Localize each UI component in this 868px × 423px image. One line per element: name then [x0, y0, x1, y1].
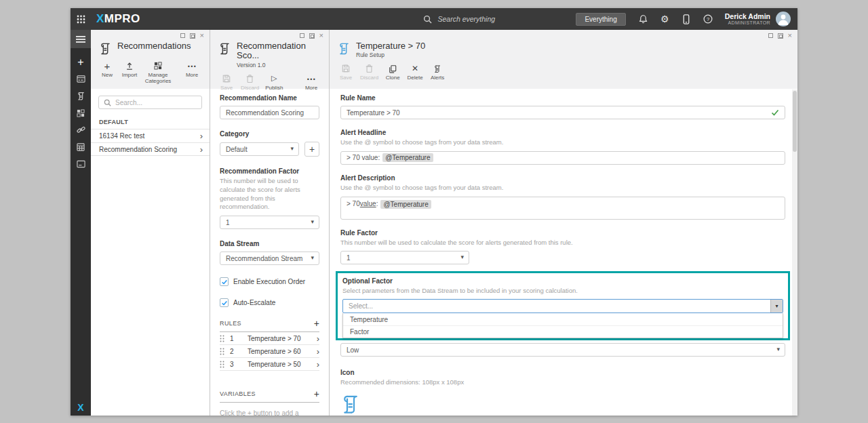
menu-hamburger-icon[interactable]	[71, 30, 91, 48]
xmpro-logo: XMPRO	[96, 12, 140, 26]
rail-appdesigner-icon[interactable]	[71, 104, 91, 121]
optional-factor-options: Temperature Factor	[342, 313, 783, 338]
categories-grid-icon	[154, 61, 162, 70]
list-item-label: 16134 Rec test	[99, 132, 144, 140]
rule-toolbar: Save Discard Clone Delete	[330, 58, 795, 81]
chevron-right-icon	[317, 359, 319, 369]
global-search-input[interactable]	[437, 15, 553, 23]
variables-empty-text: Click the + button to add a variable.	[220, 408, 319, 416]
panel-close-icon[interactable]	[788, 33, 792, 39]
alert-headline-input[interactable]: > 70 value: @Temperature	[340, 151, 785, 165]
dropdown-caret-button[interactable]	[770, 300, 783, 313]
rule-row[interactable]: 1 Temperature > 70	[220, 332, 319, 345]
tag-chip[interactable]: @Temperature	[382, 153, 433, 162]
app-launcher-icon[interactable]	[71, 15, 91, 24]
scrollbar[interactable]	[792, 89, 797, 416]
drag-handle-icon[interactable]	[220, 348, 224, 355]
rule-name-input[interactable]: Temperature > 70	[340, 106, 785, 119]
publish-button[interactable]: Publish	[265, 74, 283, 91]
panel-minimize-icon[interactable]	[768, 33, 773, 38]
list-item-label: Recommendation Scoring	[99, 146, 177, 153]
icon-help: Recommended dimensions: 108px x 108px	[340, 378, 785, 387]
rule-icon-preview[interactable]	[340, 392, 785, 416]
rule-row[interactable]: 2 Temperature > 60	[220, 345, 319, 358]
scrollbar-thumb[interactable]	[793, 91, 797, 152]
xmpro-x-logo	[71, 402, 91, 413]
discard-button[interactable]: Discard	[241, 74, 259, 91]
more-dots-icon	[187, 61, 197, 70]
alerts-scroll-icon	[433, 64, 441, 73]
recommendations-search[interactable]	[98, 96, 202, 109]
discard-button[interactable]: Discard	[360, 64, 378, 81]
drag-handle-icon[interactable]	[220, 335, 224, 342]
severity-select[interactable]: Low	[340, 343, 785, 357]
alert-description-help: Use the @ symbol to choose tags from you…	[340, 184, 785, 193]
alert-description-textarea[interactable]: > 70 value: @Temperature	[340, 197, 785, 220]
auto-escalate-checkbox[interactable]: Auto-Escalate	[220, 298, 319, 307]
clone-button[interactable]: Clone	[384, 64, 401, 81]
window-controls	[330, 31, 795, 40]
add-rule-button[interactable]	[314, 318, 319, 329]
panel-maximize-icon[interactable]	[778, 33, 783, 39]
rail-calculations-icon[interactable]	[71, 138, 91, 155]
rail-new-icon[interactable]	[71, 54, 91, 70]
alerts-button[interactable]: Alerts	[429, 64, 446, 81]
panel-minimize-icon[interactable]	[180, 33, 185, 38]
recommendations-panel-header: Recommendations New Import	[91, 30, 210, 89]
category-select[interactable]: Default	[220, 142, 299, 156]
settings-gear-icon[interactable]	[660, 14, 670, 24]
drag-handle-icon[interactable]	[220, 361, 224, 368]
top-bar: XMPRO Everything ? Derick Admin ADMINIST…	[71, 8, 797, 30]
panel-minimize-icon[interactable]	[300, 33, 304, 38]
window-controls	[91, 31, 207, 40]
manage-categories-button[interactable]: Manage Categories	[144, 61, 172, 84]
alert-headline-label: Alert Headline	[340, 129, 785, 136]
rail-datastreams-icon[interactable]	[71, 70, 91, 87]
delete-button[interactable]: Delete	[407, 64, 423, 81]
panel-maximize-icon[interactable]	[309, 33, 315, 39]
logo-rest: MPRO	[104, 12, 140, 25]
list-item[interactable]: Recommendation Scoring	[91, 142, 210, 156]
rail-integrations-link-icon[interactable]	[71, 121, 91, 138]
mobile-device-icon[interactable]	[682, 14, 692, 24]
more-button[interactable]: More	[184, 61, 200, 78]
recommendation-name-input[interactable]: Recommendation Scoring	[220, 106, 319, 119]
global-search[interactable]	[423, 15, 576, 24]
optional-factor-select[interactable]: Select...	[342, 299, 783, 313]
option-factor[interactable]: Factor	[343, 325, 783, 338]
panel-close-icon[interactable]	[200, 33, 204, 39]
user-menu[interactable]: Derick Admin ADMINISTRATOR	[725, 12, 770, 26]
more-button[interactable]: More	[303, 74, 319, 91]
logo-x: X	[96, 12, 104, 25]
tag-chip[interactable]: @Temperature	[380, 200, 431, 209]
avatar[interactable]	[776, 12, 791, 26]
variables-section-header: VARIABLES	[220, 388, 319, 403]
recommendation-factor-select[interactable]: 1	[220, 216, 319, 229]
add-category-button[interactable]	[304, 142, 319, 157]
new-button[interactable]: New	[99, 61, 115, 78]
search-icon	[423, 15, 432, 24]
recommendations-search-input[interactable]	[115, 99, 197, 106]
rule-row[interactable]: 3 Temperature > 50	[220, 358, 319, 371]
rail-recommendations-icon[interactable]	[71, 87, 91, 104]
recommendations-toolbar: New Import Manage Categories More	[91, 56, 207, 84]
data-stream-select[interactable]: Recommendation Stream	[220, 251, 319, 265]
import-button[interactable]: Import	[121, 61, 138, 78]
panel-maximize-icon[interactable]	[190, 33, 195, 39]
enable-execution-order-checkbox[interactable]: Enable Execution Order	[220, 277, 319, 286]
search-scope-button[interactable]: Everything	[576, 13, 625, 26]
panel-close-icon[interactable]	[319, 33, 323, 39]
help-icon[interactable]: ?	[703, 14, 713, 24]
rail-cards-icon[interactable]	[71, 155, 91, 172]
panel-title: Recommendations	[117, 41, 191, 51]
save-floppy-icon	[222, 74, 231, 83]
clone-copy-icon	[389, 64, 397, 73]
option-temperature[interactable]: Temperature	[343, 313, 783, 325]
save-button[interactable]: Save	[338, 64, 354, 81]
add-variable-button[interactable]	[314, 388, 319, 399]
notifications-bell-icon[interactable]	[638, 14, 648, 24]
rule-factor-select[interactable]: 1	[340, 251, 469, 264]
save-button[interactable]: Save	[218, 74, 235, 91]
list-item[interactable]: 16134 Rec test	[91, 129, 210, 142]
more-dots-icon	[307, 74, 316, 83]
